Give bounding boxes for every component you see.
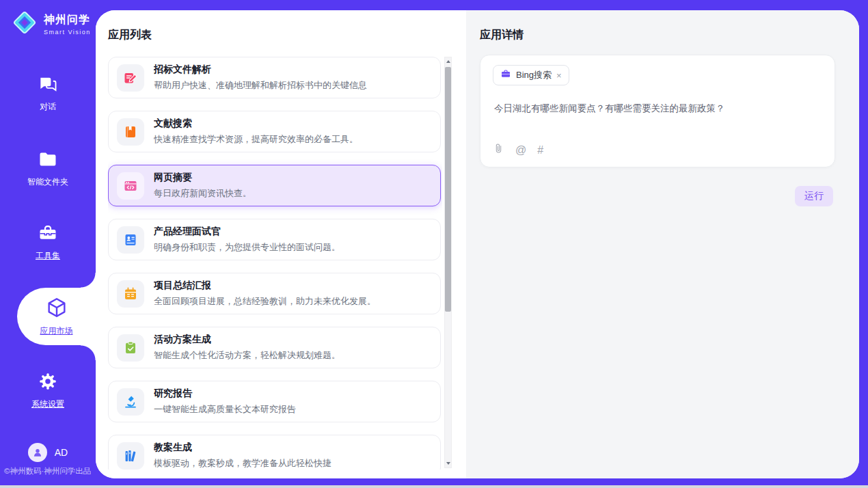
cube-icon: [45, 296, 68, 322]
prompt-input[interactable]: 今日湖北有哪些新闻要点？有哪些需要关注的最新政策？: [494, 102, 822, 116]
app-description: 模板驱动，教案秒成，教学准备从此轻松快捷: [154, 457, 331, 470]
sidebar-item-label: 智能文件夹: [27, 176, 68, 188]
app-card-literature-search[interactable]: 文献搜索 快速精准查找学术资源，提高研究效率的必备工具。: [108, 111, 441, 152]
close-icon[interactable]: ×: [556, 71, 562, 80]
chat-icon: [38, 74, 58, 97]
user-name: AD: [55, 447, 68, 458]
app-name: 招标文件解析: [154, 64, 367, 76]
app-list-title: 应用列表: [108, 28, 152, 42]
sidebar: 神州问学 Smart Vision 对话 智能文件夹 工具集: [0, 0, 96, 488]
app-card-bid-document-parse[interactable]: 招标文件解析 帮助用户快速、准确地理解和解析招标书中的关键信息: [108, 57, 441, 98]
hash-icon[interactable]: #: [537, 145, 543, 156]
sidebar-item-label: 对话: [40, 101, 56, 113]
book-icon: [117, 118, 144, 146]
mention-icon[interactable]: @: [515, 145, 526, 156]
app-description: 一键智能生成高质量长文本研究报告: [154, 403, 296, 416]
app-name: 项目总结汇报: [154, 280, 376, 292]
attachment-toolbar: @ #: [493, 143, 543, 157]
run-button[interactable]: 运行: [795, 186, 833, 206]
app-description: 智能生成个性化活动方案，轻松解决规划难题。: [154, 349, 340, 362]
user-account[interactable]: AD: [0, 443, 96, 462]
tool-chip-label: Bing搜索: [516, 69, 552, 81]
app-list-panel: 应用列表 招标文件解析 帮助用户快速、准确地理解和解析招标书中的关键信息: [96, 10, 466, 478]
app-description: 全面回顾项目进展，总结经验教训，助力未来优化发展。: [154, 295, 376, 308]
sidebar-item-app-market[interactable]: 应用市场: [17, 288, 96, 345]
scrollbar-thumb[interactable]: [445, 67, 451, 312]
briefcase-icon: [500, 68, 511, 82]
browser-code-icon: [117, 172, 144, 200]
app-name: 活动方案生成: [154, 334, 340, 346]
clipboard-check-icon: [117, 334, 144, 362]
prompt-card: Bing搜索 × 今日湖北有哪些新闻要点？有哪些需要关注的最新政策？ @ #: [480, 55, 835, 167]
app-card-lesson-plan[interactable]: 教案生成 模板驱动，教案秒成，教学准备从此轻松快捷: [108, 435, 441, 470]
sidebar-item-label: 工具集: [36, 250, 60, 262]
window-bottom-edge: [0, 485, 868, 488]
diamond-logo-icon: [11, 9, 38, 39]
app-name: 教案生成: [154, 442, 331, 454]
app-card-web-summary[interactable]: 网页摘要 每日政府新闻资讯快查。: [108, 165, 441, 206]
app-description: 快速精准查找学术资源，提高研究效率的必备工具。: [154, 133, 358, 146]
app-card-project-summary[interactable]: 项目总结汇报 全面回顾项目进展，总结经验教训，助力未来优化发展。: [108, 273, 441, 314]
calendar-icon: [117, 280, 144, 308]
app-logo: 神州问学 Smart Vision: [11, 9, 91, 39]
app-detail-title: 应用详情: [480, 28, 524, 42]
microscope-icon: [117, 388, 144, 416]
brand-name: 神州问学: [44, 13, 91, 27]
app-name: 文献搜索: [154, 118, 358, 130]
folder-icon: [38, 149, 58, 172]
app-description: 明确身份和职责，为您提供专业性的面试问题。: [154, 241, 340, 254]
app-name: 网页摘要: [154, 172, 252, 184]
app-detail-panel: 应用详情 Bing搜索 × 今日湖北有哪些新闻要点？有哪些需要关注的最新政策？: [466, 10, 859, 478]
gear-icon: [38, 371, 58, 394]
app-card-event-plan[interactable]: 活动方案生成 智能生成个性化活动方案，轻松解决规划难题。: [108, 327, 441, 368]
main-content: 应用列表 招标文件解析 帮助用户快速、准确地理解和解析招标书中的关键信息: [96, 10, 859, 478]
toolbox-icon: [37, 223, 59, 246]
sidebar-item-chat[interactable]: 对话: [0, 74, 96, 113]
app-name: 研究报告: [154, 388, 296, 400]
scroll-down-icon[interactable]: [445, 459, 451, 467]
paperclip-icon[interactable]: [493, 143, 504, 157]
app-card-research-report[interactable]: 研究报告 一键智能生成高质量长文本研究报告: [108, 381, 441, 422]
resume-person-icon: [117, 226, 144, 254]
app-description: 帮助用户快速、准确地理解和解析招标书中的关键信息: [154, 79, 367, 92]
app-description: 每日政府新闻资讯快查。: [154, 187, 252, 200]
sidebar-item-label: 系统设置: [31, 398, 64, 410]
document-edit-icon: [117, 64, 144, 92]
tool-chip-bing-search[interactable]: Bing搜索 ×: [493, 65, 569, 85]
app-list: 招标文件解析 帮助用户快速、准确地理解和解析招标书中的关键信息 文献搜索 快速精…: [108, 57, 442, 470]
sidebar-item-toolset[interactable]: 工具集: [0, 223, 96, 262]
avatar: [28, 443, 47, 462]
books-icon: [117, 442, 144, 470]
app-card-pm-interviewer[interactable]: 产品经理面试官 明确身份和职责，为您提供专业性的面试问题。: [108, 219, 441, 260]
scroll-up-icon[interactable]: [445, 57, 451, 66]
copyright-footer: ©神州数码·神州问学出品: [4, 466, 96, 476]
sidebar-item-settings[interactable]: 系统设置: [0, 371, 96, 410]
sidebar-item-label: 应用市场: [40, 325, 73, 337]
app-list-scrollbar[interactable]: [444, 57, 452, 468]
brand-tagline: Smart Vision: [44, 29, 91, 36]
sidebar-item-smart-folder[interactable]: 智能文件夹: [0, 149, 96, 188]
app-name: 产品经理面试官: [154, 226, 340, 238]
